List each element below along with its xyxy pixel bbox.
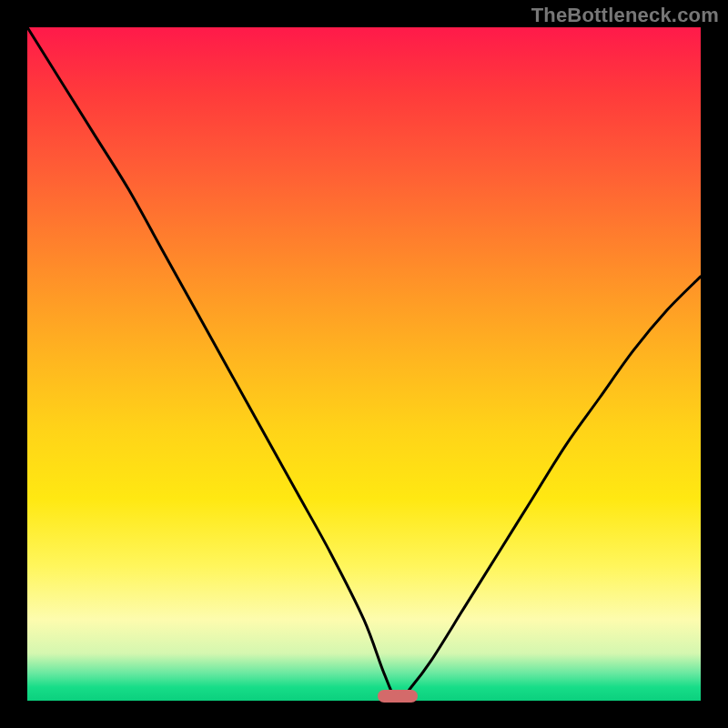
plot-area: [27, 27, 701, 701]
chart-frame: TheBottleneck.com: [0, 0, 728, 728]
bottleneck-curve: [27, 27, 701, 701]
watermark-text: TheBottleneck.com: [531, 4, 719, 27]
minimum-marker: [378, 690, 418, 703]
